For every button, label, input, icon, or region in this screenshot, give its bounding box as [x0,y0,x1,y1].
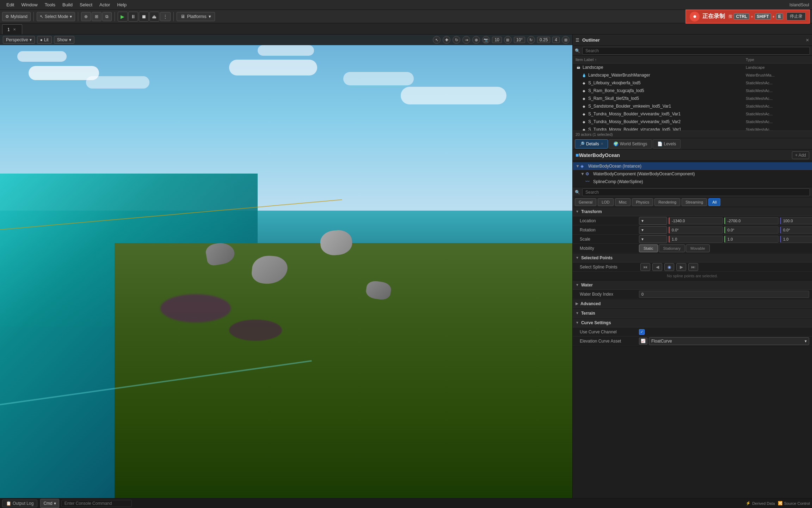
filter-tab-misc[interactable]: Misc [615,198,631,206]
move-btn[interactable]: ✚ [443,36,450,44]
instance-item[interactable]: ▼ ◈ WaterBodyOcean (Instance) [573,162,812,170]
outliner-item-7[interactable]: ◆S_Tundra_Mossy_Boulder_vivveardw_lod5_V… [573,118,812,126]
component-tree: ▼ ◈ WaterBodyOcean (Instance) ▼ ⚙ WaterB… [573,161,812,187]
location-type-dropdown[interactable]: ▾ [639,217,667,225]
outliner-item-1[interactable]: 💧Landscape_WaterBrushManagerWaterBrushMa… [573,71,812,79]
rotate-btn[interactable]: ↻ [453,36,460,44]
outliner-item-3[interactable]: ◆S_Ram_Bone_tcugcajfa_lod5StaticMeshAc..… [573,87,812,95]
static-btn[interactable]: Static [639,244,658,252]
viewport-tab-1[interactable]: 1 ✕ [2,24,22,34]
spline-next-btn[interactable]: ▶ [676,263,686,271]
outliner-item-8[interactable]: ◆S_Tundra_Mossy_Boulder_vizucasdw_lod5_V… [573,126,812,131]
filter-tab-all[interactable]: All [708,198,720,206]
curve-preview-btn[interactable]: 📈 [639,338,647,345]
scale-x-input[interactable] [669,236,723,243]
scale-y-input[interactable] [724,236,779,243]
transform-section-header[interactable]: ▼ Transform [573,207,812,216]
water-body-comp[interactable]: ▼ ⚙ WaterBodyComponent (WaterBodyOceanCo… [573,170,812,178]
outliner-item-4[interactable]: ◆S_Ram_Skull_tiief2fa_lod5StaticMeshAc..… [573,95,812,102]
viewport-type-btn[interactable]: ⧉ [102,12,112,21]
output-log-tab[interactable]: 📋 Output Log [2,500,37,507]
spline-comp[interactable]: 〰 SplineComp (WaterSpline) [573,178,812,186]
scale-type-dropdown[interactable]: ▾ [639,235,667,243]
viewport[interactable]: Perspective ▾ ● Lit Show ▾ ↖ ✚ ↻ ⇥ ⊕ 📷 1… [0,35,572,498]
ground [115,243,572,498]
terrain-section-header[interactable]: ▼ Terrain [573,309,812,318]
stop-button[interactable]: ⏹ [139,12,149,22]
menu-build[interactable]: Build [59,1,76,8]
stop-recording-btn[interactable]: 停止录 [787,12,806,20]
rotation-y-input[interactable] [724,226,779,234]
details-tab-2[interactable]: 📄Levels [653,139,681,149]
scale-z-input[interactable] [780,236,812,243]
snap-btn[interactable]: ⊞ [92,12,102,21]
eject-button[interactable]: ⏏ [149,12,159,22]
rotation-z-input[interactable] [780,226,812,234]
advanced-section-header[interactable]: ▶ Advanced [573,299,812,308]
filter-tab-streaming[interactable]: Streaming [682,198,707,206]
platforms-button[interactable]: 🖥 Platforms ▾ [177,12,215,21]
console-input[interactable] [61,500,132,507]
elevation-curve-dropdown[interactable]: FloatCurve ▾ [649,337,809,345]
show-btn[interactable]: Show ▾ [54,36,74,44]
location-y-input[interactable] [724,217,779,224]
filter-tab-lod[interactable]: LOD [598,198,614,206]
tab-close-btn[interactable]: ✕ [12,27,17,32]
menu-actor[interactable]: Actor [96,1,113,8]
selected-points-header[interactable]: ▼ Selected Points [573,253,812,262]
movable-btn[interactable]: Movable [686,244,710,252]
select-mode-btn[interactable]: ↖ Select Mode ▾ [37,12,75,21]
cmd-btn[interactable]: Cmd ▾ [40,499,59,508]
rotation-type-dropdown[interactable]: ▾ [639,226,667,234]
add-component-btn[interactable]: + Add [792,151,809,159]
use-curve-checkbox[interactable]: ✓ [639,329,645,335]
details-tab-1[interactable]: 🌍World Settings [609,139,652,149]
expand-btn[interactable]: ⊞ [562,36,570,44]
filter-tab-rendering[interactable]: Rendering [654,198,680,206]
curve-section-header[interactable]: ▼ Curve Settings [573,318,812,327]
angle-btn[interactable]: ↻ [527,36,535,44]
outliner-item-6[interactable]: ◆S_Tundra_Mossy_Boulder_vivveardw_lod5_V… [573,110,812,118]
play-button[interactable]: ▶ [118,12,128,22]
outliner-item-0[interactable]: 🏔LandscapeLandscape [573,64,812,71]
details-search-input[interactable] [582,188,810,196]
pause-button[interactable]: ⏸ [128,12,138,22]
menu-window[interactable]: Window [18,1,41,8]
grid-btn[interactable]: ⊞ [504,36,512,44]
menu-select[interactable]: Select [76,1,96,8]
tab-close-0[interactable]: ✕ [601,142,603,146]
perspective-btn[interactable]: Perspective ▾ [3,36,35,44]
scale-btn[interactable]: ⇥ [462,36,470,44]
details-tab-0[interactable]: 🔎Details ✕ [575,139,608,149]
play-options-btn[interactable]: ⋮ [160,12,171,21]
transform-btn[interactable]: ⊕ [81,12,91,21]
select-icon-btn[interactable]: ↖ [433,36,441,44]
menu-edit[interactable]: Edit [3,1,18,8]
location-z-input[interactable] [780,217,812,224]
project-settings-btn[interactable]: ⚙ MyIsland [2,12,31,21]
rotation-x-input[interactable] [669,226,723,234]
location-x-input[interactable] [669,217,723,224]
menu-tools[interactable]: Tools [41,1,59,8]
outliner-item-2[interactable]: ◆S_Lifebuoy_vkoqberfa_lod5StaticMeshAc..… [573,79,812,87]
outliner-search-input[interactable] [582,47,810,55]
outliner-item-5[interactable]: ◆S_Sandstone_Boulder_vmkeeim_lod5_Var1St… [573,102,812,110]
stationary-btn[interactable]: Stationary [659,244,685,252]
spline-select-all-btn[interactable]: ◉ [664,263,674,271]
spline-last-btn[interactable]: ⏭ [688,263,698,271]
outliner-close-btn[interactable]: ✕ [806,38,809,43]
spline-prev-btn[interactable]: ◀ [652,263,662,271]
water-section-header[interactable]: ▼ Water [573,280,812,290]
water-body-index-input[interactable] [639,291,809,298]
menu-help[interactable]: Help [113,1,130,8]
water-expand-icon: ▼ [580,171,585,176]
filter-tab-general[interactable]: General [575,198,596,206]
camera-speed-btn[interactable]: 📷 [482,36,490,44]
outliner-list[interactable]: 🏔LandscapeLandscape💧Landscape_WaterBrush… [573,64,812,131]
lit-btn[interactable]: ● Lit [37,36,52,44]
spline-first-btn[interactable]: ⏮ [640,263,650,271]
snap-world-btn[interactable]: ⊕ [472,36,480,44]
transform-expand-icon: ▼ [576,210,579,213]
lit-circle: ● [40,37,43,42]
filter-tab-physics[interactable]: Physics [632,198,653,206]
